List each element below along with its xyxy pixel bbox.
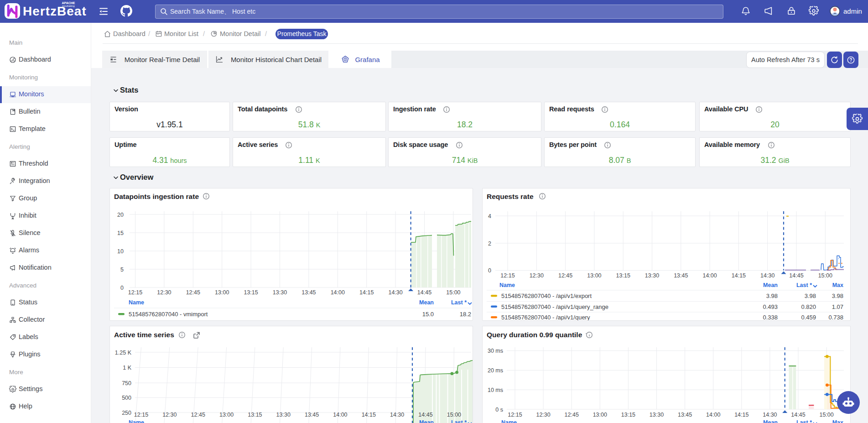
svg-text:12:45: 12:45 (186, 289, 200, 296)
svg-text:12:45: 12:45 (558, 272, 572, 279)
svg-text:13:45: 13:45 (674, 272, 688, 279)
svg-text:13:00: 13:00 (215, 289, 229, 296)
svg-text:12:30: 12:30 (162, 412, 177, 418)
svg-text:14:00: 14:00 (702, 272, 717, 279)
svg-text:Name: Name (501, 419, 517, 423)
svg-text:515485762807040 - /api/v1/quer: 515485762807040 - /api/v1/query (501, 314, 590, 320)
svg-text:3.98: 3.98 (832, 292, 843, 299)
svg-text:13:15: 13:15 (621, 412, 635, 418)
svg-text:12:45: 12:45 (191, 412, 205, 418)
svg-text:10: 10 (117, 248, 124, 255)
svg-text:12:15: 12:15 (500, 272, 515, 279)
svg-text:12:15: 12:15 (508, 412, 522, 418)
svg-text:Mean: Mean (419, 299, 434, 306)
svg-text:4: 4 (488, 213, 491, 219)
svg-text:Name: Name (129, 299, 144, 306)
svg-text:13:15: 13:15 (248, 412, 262, 418)
svg-text:13:15: 13:15 (244, 289, 258, 296)
svg-text:15:00: 15:00 (819, 412, 833, 418)
svg-text:3.98: 3.98 (805, 292, 816, 299)
svg-text:13:15: 13:15 (616, 272, 630, 279)
svg-text:14:45: 14:45 (417, 289, 431, 296)
svg-text:515485762807040 - /api/v1/quer: 515485762807040 - /api/v1/query_range (501, 303, 608, 310)
svg-text:14:15: 14:15 (359, 289, 374, 296)
svg-text:2: 2 (488, 240, 491, 247)
svg-text:Last *: Last * (451, 419, 467, 423)
svg-text:14:15: 14:15 (734, 412, 748, 418)
svg-text:14:00: 14:00 (706, 412, 720, 418)
svg-text:3.98: 3.98 (766, 292, 778, 299)
svg-text:750: 750 (122, 380, 131, 386)
svg-text:Mean: Mean (419, 419, 434, 423)
svg-text:Requests rate: Requests rate (487, 193, 534, 200)
svg-text:20: 20 (117, 212, 124, 218)
svg-text:250: 250 (122, 410, 131, 416)
svg-text:12:30: 12:30 (536, 412, 550, 418)
svg-text:14:15: 14:15 (732, 272, 746, 279)
svg-text:Mean: Mean (763, 282, 778, 288)
svg-text:Mean: Mean (763, 419, 778, 423)
svg-text:15: 15 (117, 230, 124, 236)
svg-text:13:30: 13:30 (273, 289, 287, 296)
svg-text:0.820: 0.820 (801, 303, 816, 310)
svg-text:14:30: 14:30 (760, 272, 774, 279)
svg-text:1 K: 1 K (123, 365, 131, 371)
svg-text:15:00: 15:00 (818, 272, 832, 279)
svg-text:14:45: 14:45 (418, 412, 432, 418)
svg-text:14:45: 14:45 (789, 272, 803, 279)
svg-text:15:00: 15:00 (447, 412, 461, 418)
svg-text:Last *: Last * (451, 299, 467, 306)
svg-text:12:30: 12:30 (530, 272, 544, 279)
svg-text:0: 0 (120, 285, 124, 291)
svg-text:14:45: 14:45 (791, 412, 805, 418)
svg-text:Last *: Last * (796, 282, 812, 288)
svg-text:14:00: 14:00 (331, 289, 345, 296)
svg-text:13:30: 13:30 (650, 412, 664, 418)
svg-text:15.0: 15.0 (422, 311, 434, 318)
svg-text:14:15: 14:15 (362, 412, 376, 418)
svg-text:10 ms: 10 ms (488, 387, 503, 393)
svg-text:0.493: 0.493 (763, 303, 778, 310)
svg-text:13:45: 13:45 (678, 412, 692, 418)
svg-text:Name: Name (499, 282, 515, 288)
svg-text:1.07: 1.07 (832, 303, 843, 310)
svg-text:Active time series: Active time series (114, 331, 174, 339)
svg-text:12:15: 12:15 (134, 412, 148, 418)
svg-text:13:00: 13:00 (219, 412, 234, 418)
svg-text:14:30: 14:30 (763, 412, 777, 418)
svg-text:15:00: 15:00 (446, 289, 460, 296)
svg-text:18.2: 18.2 (460, 311, 471, 318)
svg-text:500: 500 (122, 395, 131, 401)
svg-text:14:30: 14:30 (388, 289, 402, 296)
svg-text:Datapoints ingestion rate: Datapoints ingestion rate (114, 193, 199, 200)
svg-text:13:00: 13:00 (593, 412, 607, 418)
svg-text:13:45: 13:45 (305, 412, 319, 418)
svg-text:12:30: 12:30 (157, 289, 171, 296)
svg-text:13:00: 13:00 (587, 272, 601, 279)
svg-text:0.738: 0.738 (828, 314, 843, 320)
svg-text:5: 5 (120, 266, 124, 273)
svg-text:0.338: 0.338 (763, 314, 778, 320)
svg-text:Last *: Last * (796, 419, 812, 423)
svg-text:1.25 K: 1.25 K (115, 350, 132, 356)
svg-text:0: 0 (488, 267, 491, 274)
svg-text:13:30: 13:30 (276, 412, 291, 418)
svg-text:30 ms: 30 ms (488, 348, 503, 354)
svg-text:515485762807040 - /api/v1/expo: 515485762807040 - /api/v1/export (501, 292, 592, 299)
svg-text:14:30: 14:30 (390, 412, 404, 418)
svg-text:13:30: 13:30 (645, 272, 659, 279)
svg-text:20 ms: 20 ms (488, 367, 503, 374)
svg-text:14:00: 14:00 (333, 412, 347, 418)
svg-text:Max: Max (832, 419, 843, 423)
svg-text:12:45: 12:45 (565, 412, 579, 418)
svg-text:515485762807040 - vmimport: 515485762807040 - vmimport (129, 311, 208, 318)
svg-text:Max: Max (832, 282, 843, 288)
svg-text:12:15: 12:15 (128, 289, 142, 296)
svg-text:Name: Name (129, 419, 144, 423)
svg-text:0 s: 0 s (495, 407, 503, 413)
svg-text:0.459: 0.459 (801, 314, 816, 320)
svg-text:Query duration 0.99 quantile: Query duration 0.99 quantile (487, 331, 582, 339)
svg-text:13:45: 13:45 (301, 289, 316, 296)
